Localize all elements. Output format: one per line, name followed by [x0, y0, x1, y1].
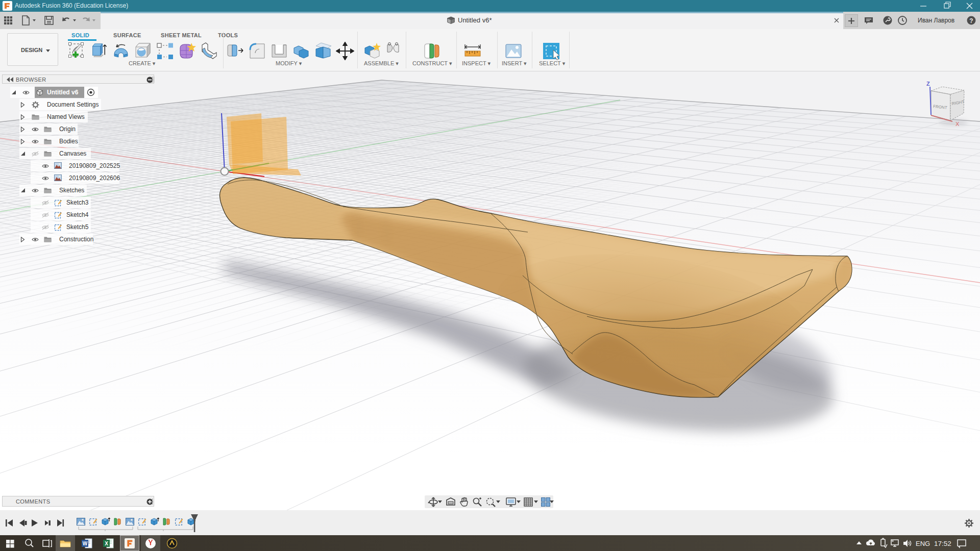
svg-text:X: X — [105, 541, 108, 546]
svg-text:X: X — [955, 121, 960, 127]
svg-text:W: W — [83, 541, 88, 546]
svg-text:Z: Z — [926, 81, 930, 87]
svg-text:?: ? — [969, 17, 973, 24]
